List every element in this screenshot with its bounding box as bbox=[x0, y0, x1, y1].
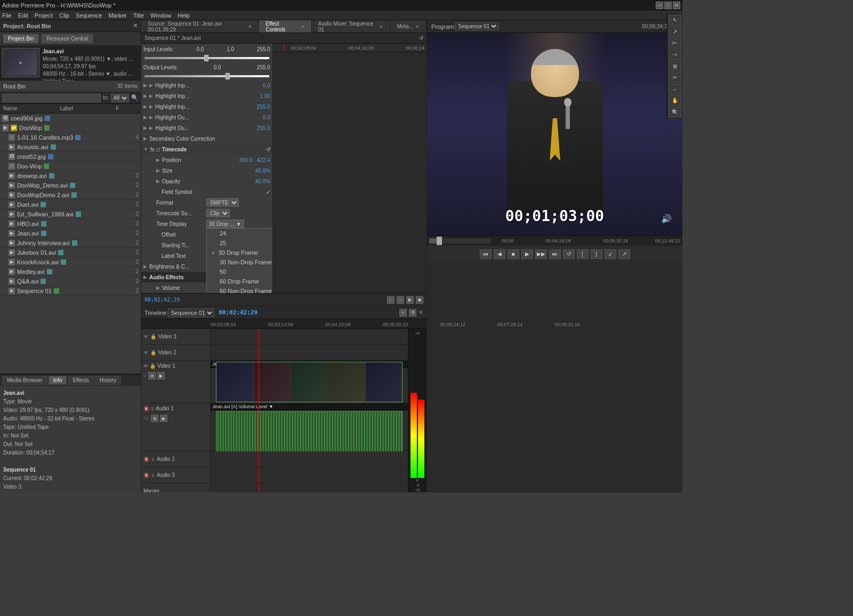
dd-option-50[interactable]: 50 bbox=[207, 267, 273, 277]
list-item[interactable]: ▶ Jukebox 01.avi 2 bbox=[0, 248, 141, 257]
menu-sequence[interactable]: Sequence bbox=[76, 12, 102, 19]
input-levels-slider[interactable] bbox=[141, 54, 272, 62]
audio1-track[interactable]: Jean.avi [A] Volume:Level ▼ bbox=[211, 403, 408, 451]
tab-info[interactable]: Info bbox=[49, 376, 67, 385]
list-item[interactable]: ▶ Ed_Sullivan_1969.avi 2 bbox=[0, 209, 141, 219]
window-controls[interactable]: ─ □ ✕ bbox=[656, 2, 680, 9]
program-playhead[interactable] bbox=[437, 237, 442, 245]
tab-audio-mixer[interactable]: Audio Mixer: Sequence 01 ✕ bbox=[312, 20, 391, 33]
search-in-select[interactable]: All bbox=[111, 94, 129, 102]
list-item[interactable]: ♪ 1-01 16 Candles.mp3 4 bbox=[0, 133, 141, 142]
insert-btn[interactable]: ↙ bbox=[605, 249, 616, 259]
list-item[interactable]: ▶ DooWop_Demo.avi 2 bbox=[0, 181, 141, 190]
lock-icon[interactable]: 🔒 bbox=[150, 363, 156, 369]
dd-option-30nondrop[interactable]: 30 Non-Drop Frame bbox=[207, 257, 273, 267]
in-point-btn[interactable]: { bbox=[577, 249, 589, 259]
mute-icon[interactable]: 🔇 bbox=[143, 406, 149, 411]
solo-icon[interactable]: S bbox=[151, 406, 154, 411]
tab-meta[interactable]: Meta... ✕ bbox=[390, 20, 426, 33]
audio1-expand-btn[interactable]: ▶ bbox=[160, 415, 167, 422]
panel-close-icon[interactable]: ✕ bbox=[419, 309, 423, 316]
menu-title[interactable]: Title bbox=[133, 12, 144, 19]
tool-razor[interactable]: ✂ bbox=[669, 72, 681, 83]
video1-track[interactable]: Jean.avi [V] Opacity:Opacity ▼ bbox=[211, 361, 408, 403]
meta-tab-close[interactable]: ✕ bbox=[415, 24, 420, 29]
time-display-select[interactable]: 30 Drop ... ▼ bbox=[206, 220, 244, 228]
expand-icon[interactable]: ▶ bbox=[143, 274, 147, 280]
opacity-val[interactable]: 40.0% bbox=[255, 179, 270, 184]
tool-rate-stretch[interactable]: ⊞ bbox=[669, 61, 681, 71]
overwrite-btn[interactable]: ↗ bbox=[618, 249, 630, 259]
zoom-in-btn[interactable]: → bbox=[397, 296, 404, 304]
tab-effects[interactable]: Effects bbox=[68, 376, 93, 385]
mute-icon[interactable]: 🔇 bbox=[143, 473, 149, 478]
step-fwd-btn[interactable]: ⏭ bbox=[549, 249, 561, 259]
tool-select[interactable]: ↖ bbox=[669, 15, 681, 26]
timecode-source-select[interactable]: Clip bbox=[206, 209, 230, 217]
list-item[interactable]: ▶ 📁 DooWop bbox=[0, 123, 141, 133]
tool-track-select[interactable]: ↗ bbox=[669, 27, 681, 37]
timeline-sequence-select[interactable]: Sequence 01 bbox=[168, 309, 214, 317]
tool-hand[interactable]: ✋ bbox=[669, 95, 681, 106]
video-clip[interactable] bbox=[216, 362, 403, 402]
frame-fwd-btn[interactable]: ▶▶ bbox=[535, 249, 547, 259]
maximize-button[interactable]: □ bbox=[664, 2, 672, 9]
menu-project[interactable]: Project bbox=[35, 12, 53, 19]
dd-option-25[interactable]: 25 bbox=[207, 238, 273, 248]
tool-zoom[interactable]: 🔍 bbox=[669, 107, 681, 118]
tab-history[interactable]: History bbox=[95, 376, 121, 385]
tab-resource-central[interactable]: Resource Central bbox=[42, 34, 93, 43]
menu-window[interactable]: Window bbox=[150, 12, 171, 19]
program-timebar-bar[interactable] bbox=[429, 238, 491, 244]
tab-media-browser[interactable]: Media Browser bbox=[2, 376, 47, 385]
step-back-btn[interactable]: ⏮ bbox=[480, 249, 492, 259]
size-val[interactable]: 40.0% bbox=[255, 168, 270, 174]
list-item[interactable]: ▶ doowop.avi 2 bbox=[0, 171, 141, 181]
tool-roll[interactable]: ⊣ bbox=[669, 50, 681, 60]
solo-icon[interactable]: S bbox=[151, 457, 155, 462]
list-item[interactable]: 🖼 crest52.jpg bbox=[0, 152, 141, 161]
search-icon[interactable]: 🔍 bbox=[131, 94, 139, 101]
lock-icon[interactable]: 🔒 bbox=[150, 350, 156, 355]
tl-settings-btn[interactable]: ⚙ bbox=[409, 309, 416, 317]
list-item[interactable]: ■ Sequence 01 2 bbox=[0, 286, 141, 296]
audio1-toggle-btn[interactable]: ⊕ bbox=[151, 415, 158, 422]
list-item[interactable]: ▶ Q&A.avi 2 bbox=[0, 277, 141, 286]
list-item[interactable]: 🖼 coed904.jpg bbox=[0, 114, 141, 123]
frame-back-btn[interactable]: ◀ bbox=[494, 249, 505, 259]
audio-mixer-tab-close[interactable]: ✕ bbox=[379, 24, 383, 29]
video1-expand-btn[interactable]: ▶ bbox=[157, 372, 165, 379]
tab-project-bin[interactable]: Project Bin bbox=[3, 34, 38, 43]
menu-help[interactable]: Help bbox=[178, 12, 190, 19]
time-display-dropdown[interactable]: 24 25 30 Drop Frame 30 Non-Drop Frame 50… bbox=[206, 228, 273, 293]
panel-close-icon[interactable]: ✕ bbox=[133, 22, 138, 29]
eye-icon[interactable]: 👁 bbox=[143, 334, 148, 339]
list-item[interactable]: ▶ KnockKnock.avi 2 bbox=[0, 257, 141, 267]
menu-clip[interactable]: Clip bbox=[59, 12, 69, 19]
position-y-val[interactable]: 422.4 bbox=[257, 157, 270, 163]
timeline-playhead[interactable] bbox=[259, 329, 259, 492]
video1-toggle-btn[interactable]: ⊕ bbox=[148, 372, 156, 379]
out-point-btn[interactable]: } bbox=[591, 249, 602, 259]
dd-option-24[interactable]: 24 bbox=[207, 229, 273, 238]
audio-clip[interactable] bbox=[216, 411, 403, 457]
expand-icon[interactable]: ▶ bbox=[143, 264, 147, 269]
audio3-track[interactable] bbox=[211, 467, 408, 483]
reset-icon[interactable]: ↺ bbox=[419, 35, 423, 41]
zoom-out-btn[interactable]: ← bbox=[387, 296, 395, 304]
eye-icon[interactable]: 👁 bbox=[143, 350, 148, 355]
play-btn[interactable]: ▶ bbox=[521, 249, 533, 259]
close-button[interactable]: ✕ bbox=[673, 2, 680, 9]
minimize-button[interactable]: ─ bbox=[656, 2, 663, 9]
list-item[interactable]: ▶ Acoustic.avi bbox=[0, 142, 141, 152]
master-track[interactable] bbox=[211, 483, 408, 492]
expand-icon[interactable]: ▼ bbox=[143, 147, 148, 152]
tab-effect-controls[interactable]: Effect Controls ✕ bbox=[259, 20, 312, 33]
reset-timecode-icon[interactable]: ↺ bbox=[266, 147, 270, 152]
output-levels-slider[interactable] bbox=[141, 72, 272, 80]
dd-option-30drop[interactable]: 30 Drop Frame bbox=[207, 248, 273, 257]
lock-icon[interactable]: 🔒 bbox=[150, 334, 156, 339]
play-btn[interactable]: ▶ bbox=[406, 296, 414, 304]
loop-btn[interactable]: ↺ bbox=[563, 249, 575, 259]
list-item[interactable]: ▶ Medley.avi 2 bbox=[0, 267, 141, 277]
